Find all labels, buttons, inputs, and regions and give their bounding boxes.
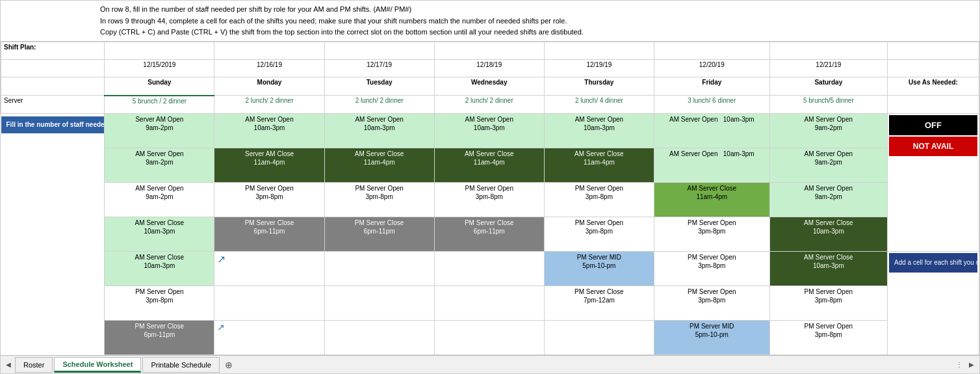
shift-sun-5[interactable]: AM Server Close10am-3pm (105, 252, 214, 286)
shift-sat-3[interactable]: AM Server Open9am-2pm (769, 183, 887, 217)
shift-plan-row: Shift Plan: (1, 42, 979, 59)
shift-sun-7[interactable]: PM Server Close6pm-11pm (105, 321, 214, 355)
day-wednesday: Wednesday (434, 77, 544, 96)
add-tab-button[interactable]: ⊕ (221, 358, 237, 371)
shift-sun-4[interactable]: AM Server Close10am-3pm (105, 217, 214, 252)
shift-tue-4[interactable]: PM Server Close6pm-11pm (324, 217, 434, 252)
shift-fri-3[interactable]: AM Server Close11am-4pm (654, 183, 769, 217)
not-avail-label: NOT AVAIL (889, 137, 977, 156)
tab-nav-right[interactable]: ▶ (966, 360, 977, 369)
shift-mon-7-arrow: ↗ (214, 321, 324, 355)
tooltip-add-cell: Add a cell for each shift you need cover… (889, 253, 977, 273)
shift-thu-3[interactable]: PM Server Open3pm-8pm (544, 183, 654, 217)
date-friday: 12/20/19 (654, 59, 769, 77)
server-role-label: Server (1, 96, 105, 114)
role-text: Server (4, 97, 23, 104)
shift-sat-2[interactable]: AM Server Open9am-2pm (769, 148, 887, 183)
day-tuesday: Tuesday (324, 77, 434, 96)
use-as-needed-label: Use As Needed: (888, 77, 979, 96)
shift-mon-3[interactable]: PM Server Open3pm-8pm (214, 183, 324, 217)
shift-thu-4[interactable]: PM Server Open3pm-8pm (544, 217, 654, 252)
shift-sat-6[interactable]: PM Server Open3pm-8pm (769, 286, 887, 321)
date-monday: 12/16/19 (214, 59, 324, 77)
shift-fri-5[interactable]: PM Server Open3pm-8pm (654, 252, 769, 286)
main-content: Shift Plan: 12/15/2019 12/16/19 12/17/19… (1, 42, 979, 356)
shift-sun-3[interactable]: AM Server Open9am-2pm (105, 183, 214, 217)
tooltip-fill-staff: Fill in the number of staff needed per s… (1, 114, 105, 355)
staff-count-thursday[interactable]: 2 lunch/ 4 dinner (544, 96, 654, 114)
shift-sun-6[interactable]: PM Server Open3pm-8pm (105, 286, 214, 321)
instruction-1: On row 8, fill in the number of staff ne… (100, 4, 974, 15)
shift-mon-1[interactable]: AM Server Open10am-3pm (214, 114, 324, 148)
shift-sat-5[interactable]: AM Server Close10am-3pm (769, 252, 887, 286)
shift-wed-1[interactable]: AM Server Open10am-3pm (434, 114, 544, 148)
tab-schedule-worksheet-label: Schedule Worksheet (62, 360, 133, 368)
arrow-icon: ↗ (217, 253, 226, 265)
shift-row-3: AM Server Open9am-2pm PM Server Open3pm-… (1, 183, 979, 217)
tooltip2-cell: Add a cell for each shift you need cover… (888, 252, 979, 355)
date-sunday: 12/15/2019 (105, 59, 214, 77)
shift-sat-1[interactable]: AM Server Open9am-2pm (769, 114, 887, 148)
staff-count-tuesday[interactable]: 2 lunch/ 2 dinner (324, 96, 434, 114)
shift-thu-2[interactable]: AM Server Close11am-4pm (544, 148, 654, 183)
spreadsheet-container: On row 8, fill in the number of staff ne… (0, 0, 980, 374)
shift-wed-4[interactable]: PM Server Close6pm-11pm (434, 217, 544, 252)
shift-row-5: AM Server Close10am-3pm ↗ PM Server MID5… (1, 252, 979, 286)
schedule-table: Shift Plan: 12/15/2019 12/16/19 12/17/19… (1, 42, 979, 356)
arrow-icon-2: ↗ (217, 322, 225, 332)
date-wednesday: 12/18/19 (434, 59, 544, 77)
instruction-3: Copy (CTRL + C) and Paste (CTRL + V) the… (100, 27, 974, 38)
shift-sat-4[interactable]: AM Server Close10am-3pm (769, 217, 887, 252)
shift-plan-label: Shift Plan: (1, 42, 105, 59)
shift-row-2: AM Server Open9am-2pm Server AM Close11a… (1, 148, 979, 183)
shift-fri-1[interactable]: AM Server Open 10am-3pm (654, 114, 769, 148)
date-header-row: 12/15/2019 12/16/19 12/17/19 12/18/19 12… (1, 59, 979, 77)
shift-tue-2[interactable]: AM Server Close11am-4pm (324, 148, 434, 183)
shift-fri-7[interactable]: PM Server MID5pm-10-pm (654, 321, 769, 355)
shift-mon-4[interactable]: PM Server Close6pm-11pm (214, 217, 324, 252)
staff-count-friday[interactable]: 3 lunch/ 6 dinner (654, 96, 769, 114)
day-header-row: Sunday Monday Tuesday Wednesday Thursday… (1, 77, 979, 96)
shift-row-6: PM Server Open3pm-8pm PM Server Close7pm… (1, 286, 979, 321)
shift-fri-2[interactable]: AM Server Open 10am-3pm (654, 148, 769, 183)
shift-mon-5-tooltip: ↗ (214, 252, 324, 286)
off-label: OFF (889, 115, 977, 135)
shift-wed-3[interactable]: PM Server Open3pm-8pm (434, 183, 544, 217)
shift-tue-1[interactable]: AM Server Open10am-3pm (324, 114, 434, 148)
staff-count-sunday[interactable]: 5 brunch / 2 dinner (105, 96, 214, 114)
staff-count-wednesday[interactable]: 2 lunch/ 2 dinner (434, 96, 544, 114)
instruction-2: In rows 9 through 44, complete a cell fo… (100, 16, 974, 27)
tab-schedule-worksheet[interactable]: Schedule Worksheet (54, 357, 141, 373)
tooltip-fill-staff-text: Fill in the number of staff needed per s… (1, 116, 105, 133)
tab-printable-schedule[interactable]: Printable Schedule (142, 357, 219, 373)
shift-sun-2[interactable]: AM Server Open9am-2pm (105, 148, 214, 183)
day-friday: Friday (654, 77, 769, 96)
tab-nav-left[interactable]: ◀ (3, 360, 14, 369)
date-thursday: 12/19/19 (544, 59, 654, 77)
day-monday: Monday (214, 77, 324, 96)
tab-printable-schedule-label: Printable Schedule (151, 361, 211, 369)
date-tuesday: 12/17/19 (324, 59, 434, 77)
staff-count-monday[interactable]: 2 lunch/ 2 dinner (214, 96, 324, 114)
instructions-section: On row 8, fill in the number of staff ne… (1, 1, 979, 42)
shift-sun-1[interactable]: Server AM Open9am-2pm (105, 114, 214, 148)
day-sunday: Sunday (105, 77, 214, 96)
day-saturday: Saturday (769, 77, 887, 96)
staff-count-saturday[interactable]: 5 brunch/5 dinner (769, 96, 887, 114)
date-saturday: 12/21/19 (769, 59, 887, 77)
tab-roster[interactable]: Roster (15, 357, 53, 373)
server-counts-row: Server 5 brunch / 2 dinner 2 lunch/ 2 di… (1, 96, 979, 114)
scroll-indicator: ⋮ (956, 361, 962, 368)
shift-thu-5[interactable]: PM Server MID5pm-10-pm (544, 252, 654, 286)
shift-thu-1[interactable]: AM Server Open10am-3pm (544, 114, 654, 148)
shift-tue-3[interactable]: PM Server Open3pm-8pm (324, 183, 434, 217)
shift-mon-2[interactable]: Server AM Close11am-4pm (214, 148, 324, 183)
shift-wed-2[interactable]: AM Server Close11am-4pm (434, 148, 544, 183)
shift-sat-7[interactable]: PM Server Open3pm-8pm (769, 321, 887, 355)
shift-row-7: PM Server Close6pm-11pm ↗ PM Server MID5… (1, 321, 979, 355)
shift-fri-6[interactable]: PM Server Open3pm-8pm (654, 286, 769, 321)
tab-roster-label: Roster (23, 361, 44, 369)
shift-thu-6[interactable]: PM Server Close7pm-12am (544, 286, 654, 321)
shift-fri-4[interactable]: PM Server Open3pm-8pm (654, 217, 769, 252)
shift-row-4: AM Server Close10am-3pm PM Server Close6… (1, 217, 979, 252)
